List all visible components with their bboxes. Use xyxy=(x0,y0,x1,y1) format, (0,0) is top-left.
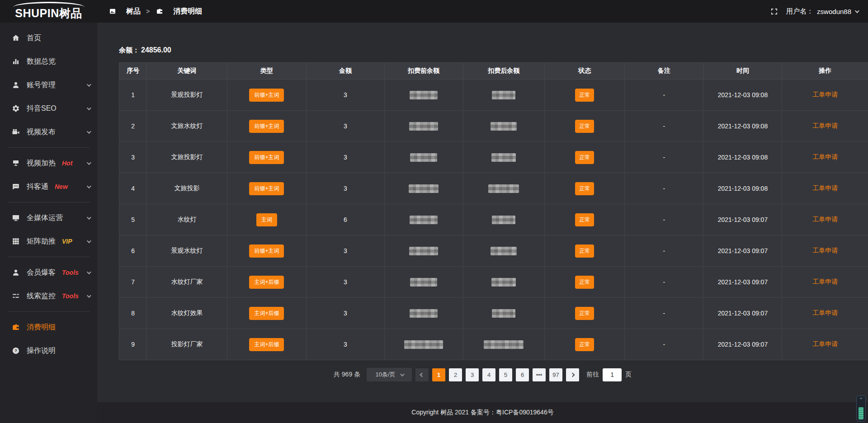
sidebar-item-badge: New xyxy=(55,183,68,190)
ticket-request-link[interactable]: 工单申请 xyxy=(812,184,838,192)
cell-type: 前缀+主词 xyxy=(227,111,307,142)
sidebar-item-data-overview[interactable]: 数据总览 xyxy=(0,50,97,73)
sidebar-divider xyxy=(7,202,90,202)
sidebar-item-video-heat[interactable]: 视频加热Hot xyxy=(0,151,97,175)
cell-status: 正常 xyxy=(545,111,625,142)
sidebar-item-operation-guide[interactable]: ?操作说明 xyxy=(0,339,97,362)
wallet-icon xyxy=(155,7,164,16)
ticket-request-link[interactable]: 工单申请 xyxy=(812,91,838,98)
goto-suffix: 页 xyxy=(625,371,632,379)
fullscreen-icon[interactable] xyxy=(770,8,778,15)
app-icon xyxy=(108,7,117,16)
sidebar-item-account-manage[interactable]: 账号管理 xyxy=(0,73,97,97)
sidebar-divider xyxy=(7,147,90,148)
cell-action: 工单申请 xyxy=(782,298,868,329)
prev-page-button[interactable] xyxy=(415,368,429,381)
type-tag: 主词+后缀 xyxy=(249,276,284,289)
cell-keyword: 景观水纹灯 xyxy=(147,235,227,267)
cell-index: 3 xyxy=(119,142,147,173)
balance: 余额：24856.00 xyxy=(119,46,868,55)
sidebar-item-video-publish[interactable]: 视频发布 xyxy=(0,120,97,144)
sidebar-item-clue-monitor[interactable]: 线索监控Tools xyxy=(0,284,97,308)
cell-keyword: 景观投影灯 xyxy=(147,80,227,111)
table-row: 1景观投影灯前缀+主词3正常-2021-12-03 09:08工单申请 xyxy=(119,80,868,111)
page-button-6[interactable]: 6 xyxy=(516,368,529,381)
user-dropdown[interactable]: 用户名：zswodun88 xyxy=(786,7,858,16)
ticket-request-link[interactable]: 工单申请 xyxy=(812,278,838,285)
blurred-balance xyxy=(409,184,439,193)
blurred-balance xyxy=(409,247,438,255)
column-header: 备注 xyxy=(625,63,703,80)
username-label: 用户名： xyxy=(786,7,813,16)
top-bar: SHUPIN树品 树品 > 消费明细 用户名：zswodun88 xyxy=(0,0,868,23)
blurred-balance xyxy=(410,309,438,318)
status-badge: 正常 xyxy=(575,338,594,351)
sidebar-item-label: 首页 xyxy=(27,33,41,43)
cell-amount: 3 xyxy=(307,173,384,204)
floating-indicator-widget[interactable] xyxy=(856,395,866,422)
breadcrumb: 树品 > 消费明细 xyxy=(97,7,202,16)
page-button-2[interactable]: 2 xyxy=(449,368,462,381)
chevron-down-icon xyxy=(87,293,91,298)
page-size-select[interactable]: 10条/页 xyxy=(367,368,412,381)
breadcrumb-root[interactable]: 树品 xyxy=(108,7,141,16)
ticket-request-link[interactable]: 工单申请 xyxy=(812,216,838,223)
page-button-3[interactable]: 3 xyxy=(466,368,479,381)
cell-status: 正常 xyxy=(545,235,625,267)
page-buttons: 123456•••97 xyxy=(432,368,562,381)
cell-remark: - xyxy=(625,267,703,298)
breadcrumb-current: 消费明细 xyxy=(155,7,202,16)
cell-status: 正常 xyxy=(545,142,625,173)
balance-value: 24856.00 xyxy=(141,46,171,54)
wallet-icon xyxy=(11,323,20,332)
next-page-button[interactable] xyxy=(566,368,579,381)
cell-time: 2021-12-03 09:08 xyxy=(703,173,782,204)
ticket-request-link[interactable]: 工单申请 xyxy=(812,340,838,348)
sidebar-item-label: 全媒体运营 xyxy=(27,213,63,223)
cell-index: 7 xyxy=(119,267,147,298)
blurred-balance xyxy=(410,91,438,99)
sidebar-item-douyin-seo[interactable]: 抖音SEO xyxy=(0,97,97,120)
blurred-balance xyxy=(492,309,515,318)
page-button-5[interactable]: 5 xyxy=(499,368,512,381)
column-header: 关键词 xyxy=(147,63,227,80)
sidebar-item-label: 矩阵助推 xyxy=(27,237,56,246)
page-button-4[interactable]: 4 xyxy=(482,368,495,381)
sidebar-item-matrix-boost[interactable]: 矩阵助推VIP xyxy=(0,230,97,253)
page-ellipsis-button[interactable]: ••• xyxy=(533,368,546,381)
sidebar-item-badge: Hot xyxy=(62,160,72,167)
cell-action: 工单申请 xyxy=(782,235,868,267)
page-button-1[interactable]: 1 xyxy=(432,368,445,381)
sidebar-item-media-operation[interactable]: 全媒体运营 xyxy=(0,206,97,230)
page-button-97[interactable]: 97 xyxy=(549,368,562,381)
chevron-down-icon xyxy=(87,106,91,110)
blurred-balance xyxy=(410,216,438,224)
cell-balance-after xyxy=(463,204,545,235)
logo: SHUPIN树品 xyxy=(0,0,97,23)
column-header: 类型 xyxy=(227,63,307,80)
cell-keyword: 投影灯厂家 xyxy=(147,329,227,360)
ticket-request-link[interactable]: 工单申请 xyxy=(812,122,838,129)
breadcrumb-root-label: 树品 xyxy=(126,7,141,16)
ticket-request-link[interactable]: 工单申请 xyxy=(812,247,838,254)
cell-time: 2021-12-03 09:07 xyxy=(703,204,782,235)
type-tag: 前缀+主词 xyxy=(249,244,284,258)
sidebar-item-label: 消费明细 xyxy=(27,323,56,332)
monitor-icon xyxy=(11,214,20,222)
sidebar-item-doukoutong[interactable]: 抖客通New xyxy=(0,175,97,198)
ticket-request-link[interactable]: 工单申请 xyxy=(812,153,838,160)
cell-time: 2021-12-03 09:07 xyxy=(703,267,782,298)
goto-page-input[interactable] xyxy=(603,368,622,381)
ticket-request-link[interactable]: 工单申请 xyxy=(812,309,838,316)
blurred-balance xyxy=(409,122,438,131)
sidebar-item-consume-detail[interactable]: 消费明细 xyxy=(0,315,97,339)
table-row: 5水纹灯主词6正常-2021-12-03 09:07工单申请 xyxy=(119,204,868,235)
cell-type: 主词+后缀 xyxy=(227,267,307,298)
cell-balance-after xyxy=(463,142,545,173)
cell-keyword: 水纹灯厂家 xyxy=(147,267,227,298)
cell-keyword: 文旅投影 xyxy=(147,173,227,204)
sidebar-item-home[interactable]: 首页 xyxy=(0,26,97,50)
goto-label: 前往 xyxy=(586,371,599,379)
cell-status: 正常 xyxy=(545,173,625,204)
sidebar-item-member-burst[interactable]: 会员爆客Tools xyxy=(0,261,97,284)
